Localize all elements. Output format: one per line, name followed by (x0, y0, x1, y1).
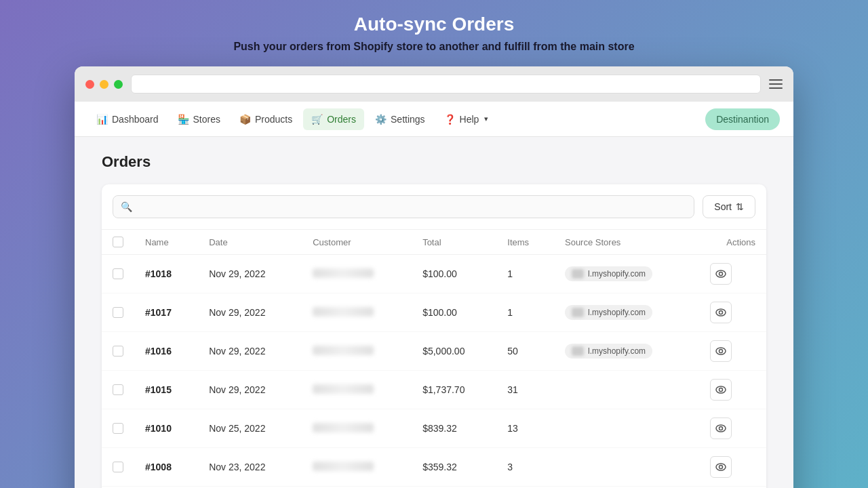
order-store-4 (554, 409, 699, 448)
store-logo-1 (572, 308, 584, 317)
order-customer-2 (302, 332, 412, 371)
destination-button[interactable]: Destinantion (705, 108, 780, 130)
nav-item-products[interactable]: 📦 Products (231, 108, 300, 130)
order-id-3: #1015 (134, 371, 198, 409)
row-checkbox-2[interactable] (113, 346, 123, 357)
col-source-stores: Source Stores (554, 230, 699, 255)
view-order-button-5[interactable] (710, 456, 732, 478)
view-order-button-3[interactable] (710, 379, 732, 401)
order-id-0: #1018 (134, 255, 198, 293)
nav-item-help[interactable]: ❓ Help ▾ (436, 108, 497, 130)
products-icon: 📦 (239, 114, 251, 125)
settings-icon: ⚙️ (375, 114, 387, 125)
order-total-3: $1,737.70 (412, 371, 496, 409)
svg-point-3 (719, 311, 722, 314)
nav-item-orders[interactable]: 🛒 Orders (303, 108, 364, 130)
order-date-0: Nov 29, 2022 (198, 255, 302, 293)
view-order-button-2[interactable] (710, 340, 732, 362)
select-all-checkbox[interactable] (113, 237, 123, 247)
order-date-5: Nov 23, 2022 (198, 448, 302, 487)
table-body: #1018 Nov 29, 2022 $100.00 1 l.myshopify… (102, 255, 766, 489)
order-store-1: l.myshopify.com (554, 293, 699, 332)
stores-icon: 🏪 (178, 114, 189, 125)
page-content: Orders 🔍 Sort ⇅ Name Da (75, 137, 793, 488)
nav-item-stores[interactable]: 🏪 Stores (170, 108, 229, 130)
hamburger-menu[interactable] (769, 79, 783, 89)
close-button[interactable] (85, 80, 94, 89)
table-row: #1016 Nov 29, 2022 $5,000.00 50 l.myshop… (102, 332, 766, 371)
col-customer: Customer (302, 230, 412, 255)
col-actions: Actions (699, 230, 766, 255)
orders-table: Name Date Customer Total Items Source St… (102, 230, 766, 488)
order-actions-3 (699, 371, 766, 409)
store-badge-0: l.myshopify.com (565, 266, 652, 281)
app-subtitle: Push your orders from Shopify store to a… (233, 41, 634, 53)
nav-item-dashboard[interactable]: 📊 Dashboard (88, 108, 167, 130)
search-wrapper: 🔍 (113, 195, 694, 218)
search-input[interactable] (113, 195, 694, 218)
svg-point-7 (719, 388, 722, 392)
sort-arrows-icon: ⇅ (736, 201, 744, 212)
order-total-0: $100.00 (412, 255, 496, 293)
order-items-4: 13 (496, 409, 554, 448)
sort-label: Sort (714, 201, 732, 212)
store-domain-2: l.myshopify.com (588, 346, 646, 356)
nav-label-help: Help (460, 114, 479, 125)
order-customer-4 (302, 409, 412, 448)
order-customer-0 (302, 255, 412, 293)
col-items: Items (496, 230, 554, 255)
view-order-button-1[interactable] (710, 302, 732, 323)
nav-label-products: Products (255, 114, 292, 125)
col-date: Date (198, 230, 302, 255)
order-id-1: #1017 (134, 293, 198, 332)
sort-button[interactable]: Sort ⇅ (703, 195, 755, 218)
table-row: #1018 Nov 29, 2022 $100.00 1 l.myshopify… (102, 255, 766, 293)
minimize-button[interactable] (100, 80, 108, 89)
order-date-3: Nov 29, 2022 (198, 371, 302, 409)
view-order-button-0[interactable] (710, 263, 732, 285)
row-checkbox-1[interactable] (113, 307, 123, 318)
table-row: #1015 Nov 29, 2022 $1,737.70 31 (102, 371, 766, 409)
svg-point-11 (719, 466, 722, 469)
order-store-3 (554, 371, 699, 409)
app-title: Auto-sync Orders (233, 14, 634, 35)
order-items-0: 1 (496, 255, 554, 293)
table-header: Name Date Customer Total Items Source St… (102, 230, 766, 255)
chevron-down-icon: ▾ (484, 115, 488, 123)
nav-label-dashboard: Dashboard (112, 114, 159, 125)
store-domain-1: l.myshopify.com (588, 308, 646, 317)
row-checkbox-3[interactable] (113, 384, 123, 395)
svg-point-6 (716, 386, 726, 393)
order-date-4: Nov 25, 2022 (198, 409, 302, 448)
row-checkbox-0[interactable] (113, 268, 123, 279)
search-icon: 🔍 (121, 201, 132, 212)
order-date-2: Nov 29, 2022 (198, 332, 302, 371)
order-items-5: 3 (496, 448, 554, 487)
row-checkbox-5[interactable] (113, 462, 123, 472)
view-order-button-4[interactable] (710, 418, 732, 439)
store-domain-0: l.myshopify.com (588, 269, 646, 279)
svg-point-4 (716, 348, 726, 354)
table-row: #1017 Nov 29, 2022 $100.00 1 l.myshopify… (102, 293, 766, 332)
maximize-button[interactable] (114, 80, 123, 89)
nav-bar: 📊 Dashboard 🏪 Stores 📦 Products 🛒 Orders… (75, 102, 793, 137)
nav-item-settings[interactable]: ⚙️ Settings (367, 108, 433, 130)
svg-point-8 (716, 425, 726, 432)
order-store-5 (554, 448, 699, 487)
nav-label-settings: Settings (391, 114, 425, 125)
svg-point-1 (719, 272, 722, 276)
row-checkbox-4[interactable] (113, 423, 123, 434)
svg-point-10 (716, 464, 726, 470)
browser-window: 📊 Dashboard 🏪 Stores 📦 Products 🛒 Orders… (75, 66, 793, 488)
order-customer-5 (302, 448, 412, 487)
order-total-5: $359.32 (412, 448, 496, 487)
svg-point-5 (719, 350, 722, 353)
svg-point-9 (719, 427, 722, 430)
col-total: Total (412, 230, 496, 255)
order-total-1: $100.00 (412, 293, 496, 332)
order-actions-1 (699, 293, 766, 332)
address-bar[interactable] (131, 75, 761, 94)
order-actions-2 (699, 332, 766, 371)
nav-label-stores: Stores (193, 114, 220, 125)
order-actions-4 (699, 409, 766, 448)
